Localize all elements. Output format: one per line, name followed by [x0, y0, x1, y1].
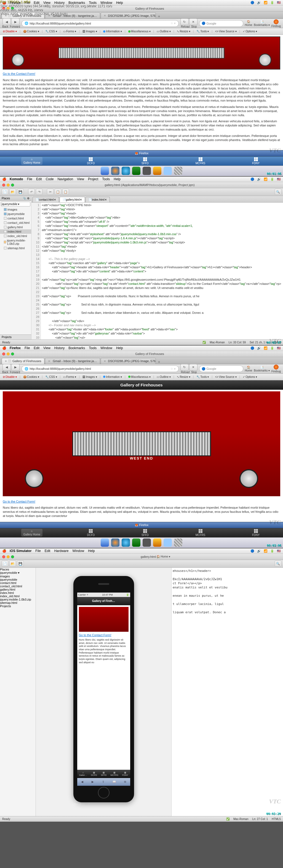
- project-selector[interactable]: jquerymobile ▾: [0, 571, 36, 575]
- search-input[interactable]: 🔵 Google: [199, 20, 243, 27]
- dock-finder[interactable]: [101, 538, 109, 547]
- tab-close-icon[interactable]: ✕: [5, 360, 7, 363]
- tray-volume-icon[interactable]: 🔊: [257, 178, 261, 181]
- tab-gmail[interactable]: ✕Gmail - Inbox (9) - tangerine.ja…: [45, 358, 100, 364]
- firebug-button[interactable]: Firebug: [272, 365, 281, 373]
- footer-dcfd[interactable]: DCFD: [85, 157, 97, 165]
- fb-viewsource[interactable]: <> View Source ▾: [214, 375, 238, 378]
- contact-link[interactable]: Go to the Contact Form!: [79, 633, 112, 637]
- dock-trash[interactable]: [174, 167, 182, 175]
- fb-resize[interactable]: ⤡ Resize ▾: [176, 375, 191, 378]
- tray-dropbox-icon[interactable]: 🔵: [250, 1, 254, 4]
- url-bar[interactable]: 🌐http://localhost:8888/jquerymobile/gall…: [22, 365, 179, 372]
- tree-item-contact_old-html[interactable]: contact_old.html: [0, 220, 31, 225]
- copy-button[interactable]: 📋: [55, 189, 61, 195]
- footer-sffd[interactable]: ▦SFFD: [101, 771, 107, 776]
- footer-dcfd[interactable]: DCFD: [85, 529, 97, 537]
- close-window-button[interactable]: [2, 184, 5, 187]
- home-button[interactable]: 🏠Home: [245, 366, 252, 372]
- find-button[interactable]: 🔍: [275, 561, 281, 567]
- tree-item-contact-html[interactable]: contact.html: [0, 581, 36, 585]
- fb-css[interactable]: 🔧 CSS ▾: [44, 375, 58, 378]
- iphone-home-button[interactable]: [98, 787, 109, 799]
- footer-sffd[interactable]: SFFD: [139, 529, 151, 537]
- dock-app2[interactable]: [153, 167, 161, 175]
- fb-viewsource[interactable]: <> View Source ▾: [214, 30, 238, 33]
- jqm-content[interactable]: Go to the Contact Form! Nunc libero dui,…: [77, 605, 130, 770]
- stop-button[interactable]: ✕: [189, 19, 197, 25]
- new-file-button[interactable]: 📄: [2, 189, 8, 195]
- fb-tools[interactable]: 🔧 Tools ▾: [195, 375, 210, 378]
- code-editor[interactable]: 1234567891011121314151617181920212223242…: [31, 203, 283, 339]
- tray-icon[interactable]: 🔋: [270, 549, 274, 553]
- menu-help[interactable]: Help: [114, 177, 121, 181]
- projects-header[interactable]: Projects: [0, 604, 36, 608]
- zoom-window-button[interactable]: [11, 352, 14, 355]
- footer-gallery-home[interactable]: ⌂Gallery Home: [21, 529, 42, 536]
- menu-file[interactable]: File: [27, 177, 32, 181]
- fb-images[interactable]: 🖼 Images ▾: [82, 375, 98, 378]
- tab-close-icon[interactable]: ✕: [104, 360, 106, 363]
- footer-fdny[interactable]: ▦FDNY: [122, 771, 128, 776]
- safari-tabs-icon[interactable]: ⧉: [124, 780, 126, 783]
- tray-battery-icon[interactable]: 🔋: [270, 1, 274, 4]
- tray-battery-icon[interactable]: 🔋: [270, 178, 274, 181]
- fb-images[interactable]: 🖼 Images ▾: [82, 30, 98, 33]
- app-menu[interactable]: Komodo: [10, 177, 23, 181]
- status-language[interactable]: HTML5: [272, 817, 281, 820]
- zoom-window-button[interactable]: [11, 555, 14, 558]
- paste-button[interactable]: 📋: [62, 189, 69, 195]
- tree-item-index_old-html[interactable]: index_old.html: [0, 594, 36, 598]
- footer-fdny[interactable]: FDNY: [250, 529, 262, 537]
- fb-outline[interactable]: ▭ Outline ▾: [156, 30, 171, 33]
- menu-window[interactable]: Window: [72, 549, 84, 553]
- tray-icon[interactable]: 🔵: [250, 346, 254, 350]
- dock-firefox[interactable]: [111, 167, 120, 175]
- fb-information[interactable]: Information ▾: [102, 375, 123, 378]
- tree-item-jquery-mobile-1-0b3-zip[interactable]: jquery.mobile-1.0b3.zip: [0, 598, 36, 601]
- fb-cookies[interactable]: 🍪 Cookies ▾: [22, 375, 40, 378]
- project-selector[interactable]: jquerymobile ▾: [1, 202, 30, 207]
- close-window-button[interactable]: [2, 352, 5, 355]
- menu-history[interactable]: History: [54, 346, 65, 350]
- tray-icon[interactable]: 📶: [264, 346, 268, 350]
- bg-home-button[interactable]: 🏠 Home ▾: [157, 555, 170, 558]
- menu-help[interactable]: Help: [88, 549, 95, 553]
- open-button[interactable]: 📂: [9, 561, 16, 567]
- tree-item-gallery-html[interactable]: gallery.html: [0, 588, 36, 591]
- dock-app3[interactable]: [163, 167, 172, 175]
- fb-disable[interactable]: ⊘ Disable ▾: [2, 375, 18, 378]
- bookmark-star-icon[interactable]: ☆ ▾: [170, 367, 176, 371]
- menu-window[interactable]: Window: [100, 346, 112, 350]
- tree-item-index_old-html[interactable]: index_old.html: [0, 234, 31, 238]
- menu-file[interactable]: File: [25, 346, 30, 350]
- menu-project[interactable]: Project: [88, 177, 98, 181]
- tray-icon[interactable]: 🔊: [257, 549, 261, 553]
- apple-icon[interactable]: 🍎: [2, 177, 6, 181]
- contact-link[interactable]: Go to the Contact Form!: [3, 72, 35, 75]
- redo-button[interactable]: ↷: [36, 189, 42, 195]
- reload-button[interactable]: ↻: [180, 364, 189, 371]
- fb-outline[interactable]: ▭ Outline ▾: [156, 375, 171, 378]
- menu-file[interactable]: File: [35, 549, 40, 553]
- close-window-button[interactable]: [2, 555, 5, 558]
- fb-options[interactable]: ✓ Options ▾: [242, 30, 258, 33]
- tree-item-contact-html[interactable]: contact.html: [0, 216, 31, 220]
- forward-button[interactable]: ▶: [11, 364, 20, 371]
- back-button[interactable]: ◀: [2, 364, 11, 371]
- tree-item-contact_old-html[interactable]: contact_old.html: [0, 585, 36, 588]
- search-input[interactable]: 🔵Google: [199, 365, 243, 372]
- firebug-button[interactable]: Firebug: [272, 19, 281, 28]
- footer-mcfrs[interactable]: MCFRS: [193, 529, 208, 537]
- footer-mcfrs[interactable]: MCFRS: [193, 157, 208, 165]
- dock-trash[interactable]: [174, 538, 182, 547]
- minimize-window-button[interactable]: [7, 352, 10, 355]
- fb-forms[interactable]: ▭ Forms ▾: [62, 375, 77, 378]
- menu-view[interactable]: View: [77, 177, 84, 181]
- bookmarks-button[interactable]: 📑Bookmarks ▾: [254, 366, 270, 372]
- fb-disable[interactable]: ⊘ Disable ▾: [2, 30, 18, 33]
- minimize-window-button[interactable]: [7, 555, 10, 558]
- tree-item-jquery-mobile-1-0b3-zip[interactable]: jquery.mobile-1.0b3.zip: [0, 238, 31, 246]
- tray-wifi-icon[interactable]: 📶: [264, 1, 268, 4]
- new-tab-button[interactable]: +: [156, 14, 162, 19]
